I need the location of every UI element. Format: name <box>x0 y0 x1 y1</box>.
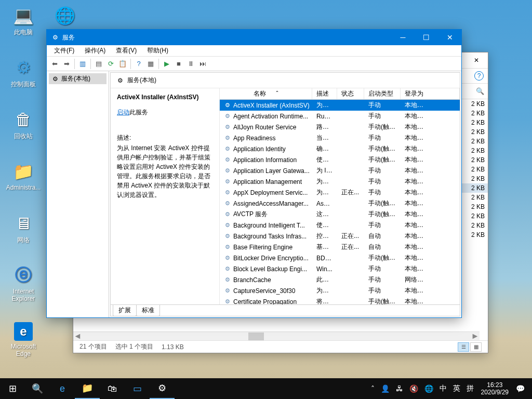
service-row[interactable]: ⚙ActiveX Installer (AxInstSV)为从 ...手动本地系… <box>220 100 460 111</box>
toolbar-refresh-button[interactable]: ⟳ <box>105 58 116 70</box>
action-suffix: 此服务 <box>129 109 148 116</box>
service-row[interactable]: ⚙BranchCache此服...手动网络服务 <box>220 274 460 285</box>
service-row[interactable]: ⚙Application Identity确定...手动(触发...本地服务 <box>220 143 460 154</box>
toolbar-pause-button[interactable]: ⏸ <box>185 58 196 70</box>
toolbar-properties-button[interactable]: ▤ <box>93 58 104 70</box>
services-rows[interactable]: ⚙ActiveX Installer (AxInstSV)为从 ...手动本地系… <box>220 100 460 304</box>
taskbar-app[interactable]: ▭ <box>125 378 150 399</box>
start-button[interactable]: ⊞ <box>0 378 25 399</box>
tray-ime-2[interactable]: 英 <box>450 384 463 393</box>
service-row[interactable]: ⚙AllJoyn Router Service路由...手动(触发...本地服务 <box>220 122 460 132</box>
edge-icon: e <box>14 322 33 341</box>
menu-file[interactable]: 文件(F) <box>50 45 78 56</box>
explorer-close-button[interactable]: ✕ <box>464 52 488 68</box>
service-desc-cell: 将用... <box>312 297 337 304</box>
menu-help[interactable]: 帮助(H) <box>143 45 172 56</box>
service-row[interactable]: ⚙BitLocker Drive Encryptio...BDE...手动(触发… <box>220 252 460 263</box>
tray-notifications-icon[interactable]: 💬 <box>513 384 528 393</box>
column-logon[interactable]: 登录为 <box>401 88 460 99</box>
toolbar-restart-button[interactable]: ⏭ <box>197 58 208 70</box>
toolbar-show-hide-button[interactable]: ▥ <box>77 58 88 70</box>
service-startup-cell: 手动(触发... <box>364 210 401 219</box>
menu-view[interactable]: 查看(V) <box>112 45 141 56</box>
column-description[interactable]: 描述 <box>312 88 337 99</box>
service-row[interactable]: ⚙Application Management为通...手动本地系统 <box>220 176 460 187</box>
service-startup-cell: 手动(触发... <box>364 155 401 164</box>
service-row[interactable]: ⚙AVCTP 服务这是...手动(触发...本地服务 <box>220 209 460 220</box>
desktop-icon-this-pc[interactable]: 💻此电脑 <box>5 5 42 37</box>
close-button[interactable]: ✕ <box>438 30 461 45</box>
service-row[interactable]: ⚙AssignedAccessManager...Assi...手动(触发...… <box>220 198 460 209</box>
service-name-cell: App Readiness <box>233 135 275 142</box>
tray-network-icon[interactable]: 🖧 <box>393 384 406 393</box>
desktop-icon-edge[interactable]: eMicrosoft Edge <box>5 322 42 357</box>
service-row[interactable]: ⚙Background Tasks Infras...控制...正在...自动本… <box>220 231 460 242</box>
service-row[interactable]: ⚙Background Intelligent T...使用...手动本地系统 <box>220 220 460 231</box>
service-row[interactable]: ⚙AppX Deployment Servic...为部...正在...手动本地… <box>220 187 460 198</box>
service-name-cell: Background Intelligent T... <box>233 222 305 229</box>
view-details-button[interactable]: ☰ <box>458 342 469 352</box>
service-row[interactable]: ⚙Certificate Propagation将用...手动(触发...本地系… <box>220 296 460 304</box>
service-row[interactable]: ⚙Base Filtering Engine基本...正在...自动本地服务 <box>220 242 460 252</box>
toolbar-start-button[interactable]: ▶ <box>161 58 172 70</box>
start-service-link[interactable]: 启动 <box>117 109 129 116</box>
services-tree-pane: ⚙ 服务(本地) <box>47 71 109 317</box>
taskbar-file-explorer[interactable]: 📁 <box>75 378 100 399</box>
gear-icon: ⚙ <box>224 255 231 262</box>
service-row[interactable]: ⚙Application Information使用...手动(触发...本地系… <box>220 154 460 165</box>
services-detail-pane: ActiveX Installer (AxInstSV) 启动此服务 描述: 为… <box>111 88 220 304</box>
desktop-icon-network[interactable]: 🖥网络 <box>5 213 42 245</box>
scrollbar-thumb[interactable] <box>248 332 264 340</box>
service-logon-cell: 本地系统 <box>401 188 432 197</box>
toolbar-columns-button[interactable]: ▦ <box>145 58 156 70</box>
menu-action[interactable]: 操作(A) <box>81 45 110 56</box>
tray-ime-3[interactable]: 拼 <box>463 384 477 393</box>
gear-icon: ⚙ <box>116 76 124 85</box>
tray-people-icon[interactable]: 👤 <box>378 384 393 393</box>
service-row[interactable]: ⚙Block Level Backup Engi...Win...手动本地系统 <box>220 263 460 274</box>
column-name[interactable]: 名称ˆ <box>220 88 312 99</box>
service-row[interactable]: ⚙App Readiness当用...手动本地系统 <box>220 132 460 143</box>
help-icon[interactable]: ? <box>474 71 484 81</box>
control-panel-icon: ⚙ <box>13 57 34 78</box>
column-startup[interactable]: 启动类型 <box>364 88 401 99</box>
toolbar-help-button[interactable]: ? <box>133 58 144 70</box>
toolbar-back-button[interactable]: ⬅ <box>49 58 60 70</box>
service-name-cell: Background Tasks Infras... <box>233 233 307 240</box>
toolbar-stop-button[interactable]: ■ <box>173 58 184 70</box>
service-row[interactable]: ⚙Application Layer Gatewa...为 In...手动本地服… <box>220 165 460 176</box>
service-startup-cell: 手动 <box>364 264 401 273</box>
minimize-button[interactable]: ─ <box>391 30 415 45</box>
services-title: 服务 <box>62 33 75 42</box>
tray-clock[interactable]: 16:23 2020/9/29 <box>477 381 513 396</box>
search-button[interactable]: 🔍 <box>25 378 50 399</box>
service-logon-cell: 本地系统 <box>401 155 432 164</box>
tray-ime-1[interactable]: 中 <box>436 384 450 393</box>
tree-item-services-local[interactable]: ⚙ 服务(本地) <box>49 73 107 84</box>
service-row[interactable]: ⚙Agent Activation Runtime...Runt...手动本地系… <box>220 111 460 122</box>
toolbar-export-button[interactable]: 📋 <box>117 58 128 70</box>
taskbar-store[interactable]: 🛍 <box>100 378 125 399</box>
toolbar-forward-button[interactable]: ➡ <box>61 58 72 70</box>
tab-standard[interactable]: 标准 <box>136 305 160 316</box>
maximize-button[interactable]: ☐ <box>415 30 438 45</box>
desktop-icon-recycle-bin[interactable]: 🗑回收站 <box>5 109 42 141</box>
tray-chevron-up-icon[interactable]: ˄ <box>368 384 378 393</box>
column-status[interactable]: 状态 <box>337 88 364 99</box>
taskbar: ⊞ 🔍 e 📁 🛍 ▭ ⚙ ˄ 👤 🖧 🔇 🌐 中 英 拼 16:23 2020… <box>0 378 532 399</box>
taskbar-services[interactable]: ⚙ <box>150 378 175 399</box>
search-icon[interactable]: 🔍 <box>475 87 485 96</box>
services-main-header: ⚙ 服务(本地) <box>111 73 460 88</box>
desktop-icon-ie[interactable]: ⓔInternet Explorer <box>5 265 42 302</box>
view-icons-button[interactable]: ▦ <box>470 342 482 352</box>
desktop-icon-admin-folder[interactable]: 📁Administra... <box>5 161 42 191</box>
explorer-horizontal-scrollbar[interactable]: ◄ ► <box>73 331 480 340</box>
taskbar-edge[interactable]: e <box>50 378 75 399</box>
tab-extended[interactable]: 扩展 <box>113 305 137 316</box>
desktop-icon-control-panel[interactable]: ⚙控制面板 <box>5 57 42 89</box>
tray-volume-icon[interactable]: 🔇 <box>406 384 421 393</box>
tray-ime-icon[interactable]: 🌐 <box>421 384 436 393</box>
services-titlebar[interactable]: ⚙ 服务 ─ ☐ ✕ <box>47 30 461 45</box>
desktop-icon-browser[interactable]: 🌐 <box>47 5 83 28</box>
service-row[interactable]: ⚙CaptureService_30f30为调...手动本地系统 <box>220 285 460 296</box>
